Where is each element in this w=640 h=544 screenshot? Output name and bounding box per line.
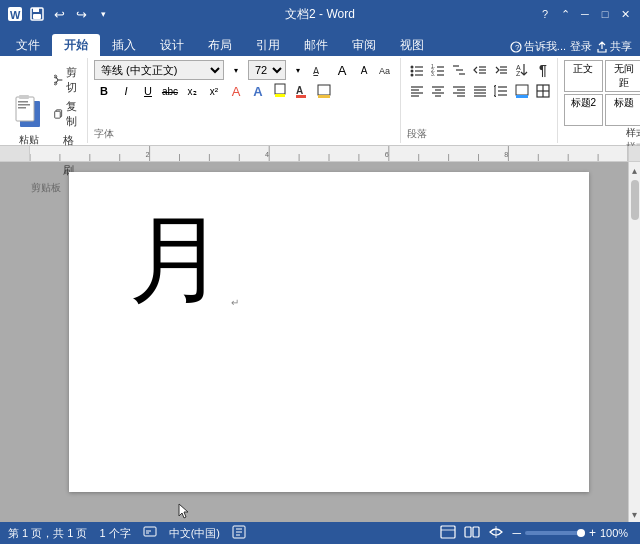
tab-view[interactable]: 视图 [388,34,436,56]
restore-btn[interactable]: □ [596,5,614,23]
svg-point-28 [411,70,414,73]
scroll-thumb[interactable] [631,180,639,220]
signin-btn[interactable]: 登录 [570,39,592,54]
ordered-list-btn[interactable]: 1. 2. 3. [428,60,448,80]
clear-format-btn[interactable]: A [226,81,246,101]
scroll-down-btn[interactable]: ▾ [629,506,641,522]
font-name-select[interactable]: 等线 (中文正文) [94,60,224,80]
tab-file[interactable]: 文件 [4,34,52,56]
font-row2: B I U abc x₂ x² A A A [94,81,396,101]
tab-review[interactable]: 审阅 [340,34,388,56]
font-color-btn[interactable]: A [292,81,312,101]
view-reading-btn[interactable] [464,525,480,541]
view-normal-btn[interactable] [440,525,456,541]
tab-mailings[interactable]: 邮件 [292,34,340,56]
show-para-marks-btn[interactable]: ¶ [533,60,553,80]
undo-btn[interactable]: ↩ [50,5,68,23]
quick-save-btn[interactable] [28,5,46,23]
copy-btn[interactable]: 复制 [52,98,83,130]
vertical-scrollbar[interactable]: ▴ ▾ [628,162,640,522]
paragraph-mark: ↵ [231,297,239,308]
svg-text:Aa: Aa [379,66,390,76]
subscript-btn[interactable]: x₂ [182,81,202,101]
style-title-btn[interactable]: 标题 [605,94,640,126]
font-size-bi-btn[interactable]: A̲ [310,60,330,80]
spell-check-icon[interactable] [143,525,157,541]
svg-text:4: 4 [265,151,269,159]
zoom-out-btn[interactable]: ─ [512,526,521,540]
ruler-main[interactable]: 2 4 6 8 [30,146,628,161]
style-normal-btn[interactable]: 正文 [564,60,603,92]
close-btn[interactable]: ✕ [616,5,634,23]
page-info[interactable]: 第 1 页，共 1 页 [8,526,87,541]
minimize-btn[interactable]: ─ [576,5,594,23]
svg-rect-114 [473,527,479,537]
doc-stats-icon[interactable] [232,525,246,541]
tab-layout[interactable]: 布局 [196,34,244,56]
text-effect-btn[interactable]: A [248,81,268,101]
scroll-up-btn[interactable]: ▴ [629,162,641,178]
word-logo-icon[interactable]: W [6,5,24,23]
svg-rect-11 [18,104,30,106]
svg-text:A̲: A̲ [313,66,320,76]
decrease-font-btn[interactable]: A [354,60,374,80]
paragraph-label: 段落 [407,127,553,141]
redo-btn[interactable]: ↪ [72,5,90,23]
zoom-in-btn[interactable]: + [589,526,596,540]
document-area: 月 ↵ ▴ ▾ [0,162,640,522]
shading-btn[interactable] [314,81,334,101]
align-center-btn[interactable] [428,81,448,101]
language[interactable]: 中文(中国) [169,526,220,541]
font-name-dropdown-btn[interactable]: ▾ [226,60,246,80]
style-heading2-btn[interactable]: 标题2 [564,94,603,126]
underline-btn[interactable]: U [138,81,158,101]
cut-btn[interactable]: 剪切 [52,64,83,96]
style-noSpacing-btn[interactable]: 无间距 [605,60,640,92]
zoom-thumb[interactable] [577,529,585,537]
font-size-dropdown-btn[interactable]: ▾ [288,60,308,80]
increase-font-btn[interactable]: A [332,60,352,80]
tab-home[interactable]: 开始 [52,34,100,56]
increase-indent-btn[interactable] [491,60,511,80]
tab-insert[interactable]: 插入 [100,34,148,56]
doc-content: 月 ↵ [129,212,239,308]
unordered-list-btn[interactable] [407,60,427,80]
line-spacing-btn[interactable] [491,81,511,101]
ribbon-toggle-icon[interactable]: ⌃ [556,5,574,23]
text-highlight-btn[interactable] [270,81,290,101]
zoom-controls: ─ + 100% [512,526,632,540]
view-web-btn[interactable] [488,525,504,541]
zoom-percent[interactable]: 100% [600,527,632,539]
bold-btn[interactable]: B [94,81,114,101]
justify-btn[interactable] [470,81,490,101]
document-page[interactable]: 月 ↵ [69,172,589,492]
strikethrough-btn[interactable]: abc [160,81,180,101]
change-case-btn[interactable]: Aa [376,60,396,80]
tab-references[interactable]: 引用 [244,34,292,56]
multilevel-list-btn[interactable] [449,60,469,80]
paragraph-group: 1. 2. 3. [403,58,558,143]
share-btn[interactable]: 共享 [596,39,632,54]
font-size-select[interactable]: 72 [248,60,286,80]
tab-design[interactable]: 设计 [148,34,196,56]
border-btn[interactable] [533,81,553,101]
tell-me-btn[interactable]: ? 告诉我... [510,39,566,54]
document-character: 月 [129,212,225,308]
sort-btn[interactable]: A Z [512,60,532,80]
svg-rect-69 [516,95,528,98]
align-left-btn[interactable] [407,81,427,101]
help-icon[interactable]: ? [536,5,554,23]
italic-btn[interactable]: I [116,81,136,101]
mouse-cursor-icon [177,502,191,522]
decrease-indent-btn[interactable] [470,60,490,80]
font-group-label: 字体 [94,127,396,141]
superscript-btn[interactable]: x² [204,81,224,101]
zoom-slider[interactable] [525,531,585,535]
customize-quick-access-btn[interactable]: ▾ [94,5,112,23]
styles-btn[interactable]: 样式 [622,126,640,140]
paste-btn[interactable]: 粘贴 [8,91,50,149]
word-count[interactable]: 1 个字 [99,526,130,541]
doc-main[interactable]: 月 ↵ [30,162,628,522]
shading-para-btn[interactable] [512,81,532,101]
align-right-btn[interactable] [449,81,469,101]
